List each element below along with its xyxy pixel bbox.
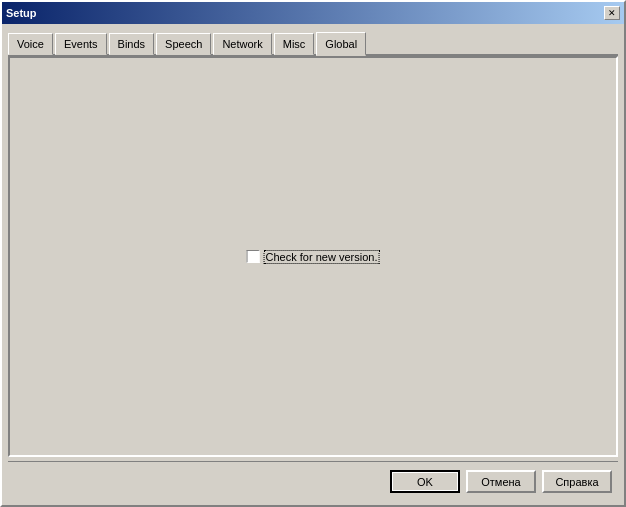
tab-network[interactable]: Network xyxy=(213,33,271,55)
cancel-button[interactable]: Отмена xyxy=(466,470,536,493)
ok-button[interactable]: OK xyxy=(390,470,460,493)
window-body: Voice Events Binds Speech Network Misc G… xyxy=(2,24,624,505)
help-button[interactable]: Справка xyxy=(542,470,612,493)
check-new-version-container: Check for new version. xyxy=(247,250,380,264)
setup-window: Setup ✕ Voice Events Binds Speech Networ… xyxy=(0,0,626,507)
bottom-bar: OK Отмена Справка xyxy=(8,461,618,499)
tab-misc[interactable]: Misc xyxy=(274,33,315,55)
tab-voice[interactable]: Voice xyxy=(8,33,53,55)
window-title: Setup xyxy=(6,7,37,19)
tab-binds[interactable]: Binds xyxy=(109,33,155,55)
close-button[interactable]: ✕ xyxy=(604,6,620,20)
tab-speech[interactable]: Speech xyxy=(156,33,211,55)
tab-content-global: Check for new version. xyxy=(8,56,618,457)
checkbox-wrap: Check for new version. xyxy=(247,250,380,264)
check-new-version-label: Check for new version. xyxy=(264,250,380,264)
tabs-row: Voice Events Binds Speech Network Misc G… xyxy=(8,30,618,56)
tab-global[interactable]: Global xyxy=(316,32,366,56)
title-bar-controls: ✕ xyxy=(604,6,620,20)
check-new-version-checkbox[interactable] xyxy=(247,250,260,263)
tab-events[interactable]: Events xyxy=(55,33,107,55)
title-bar: Setup ✕ xyxy=(2,2,624,24)
